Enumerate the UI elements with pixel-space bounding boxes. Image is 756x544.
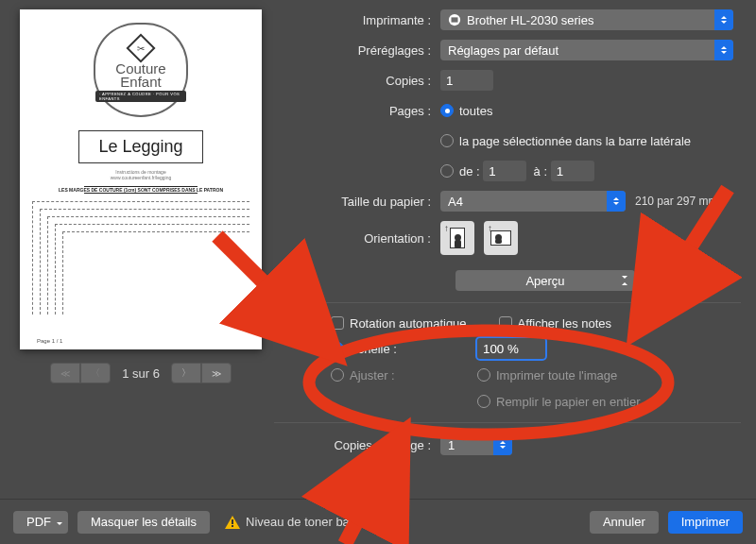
scale-input[interactable]: [477, 338, 545, 359]
pages-selected-radio[interactable]: [440, 134, 454, 147]
pages-all-radio[interactable]: [440, 104, 454, 117]
svg-rect-4: [232, 525, 233, 527]
copies-label: Copies :: [274, 74, 440, 88]
presets-select[interactable]: Réglages par défaut: [440, 40, 733, 60]
svg-rect-1: [452, 17, 458, 22]
pager-label: 1 sur 6: [122, 366, 160, 381]
warning-icon: [225, 516, 240, 529]
pages-from-input[interactable]: [483, 161, 526, 181]
cancel-button[interactable]: Annuler: [590, 511, 659, 534]
scale-radio[interactable]: [331, 342, 344, 355]
copies-input[interactable]: [440, 70, 493, 91]
paper-size-select[interactable]: A4: [440, 191, 626, 212]
pager-prev-button[interactable]: 〈: [80, 363, 111, 383]
printer-icon: [448, 13, 461, 26]
show-notes-checkbox[interactable]: [499, 316, 512, 330]
svg-rect-3: [232, 519, 233, 524]
print-full-radio[interactable]: [477, 368, 490, 382]
orientation-portrait-button[interactable]: ↑: [440, 221, 474, 255]
fill-paper-radio[interactable]: [477, 395, 490, 408]
brand-logo: CoutureEnfant · APPRENEZ À COUDRE · POUR…: [94, 23, 188, 117]
fit-radio[interactable]: [331, 368, 344, 382]
pager-next-button[interactable]: 〉: [171, 363, 201, 383]
section-select[interactable]: Aperçu: [455, 270, 635, 291]
pages-to-input[interactable]: [551, 161, 594, 181]
print-button[interactable]: Imprimer: [668, 511, 743, 534]
presets-label: Préréglages :: [274, 43, 440, 58]
printer-select[interactable]: Brother HL-2030 series: [440, 9, 733, 30]
paper-dimensions: 210 par 297 mm: [635, 195, 717, 208]
paper-size-label: Taille du papier :: [274, 195, 440, 209]
pages-range-radio[interactable]: [440, 164, 454, 178]
pager-last-button[interactable]: ≫: [201, 363, 232, 383]
print-preview-page: CoutureEnfant · APPRENEZ À COUDRE · POUR…: [20, 9, 262, 349]
pager-first-button[interactable]: ≪: [50, 363, 80, 383]
hide-details-button[interactable]: Masquer les détails: [77, 511, 210, 534]
auto-rotate-checkbox[interactable]: [331, 316, 344, 330]
pages-label: Pages :: [274, 104, 440, 118]
copies-per-page-label: Copies par page :: [274, 438, 440, 452]
orientation-label: Orientation :: [274, 231, 440, 246]
orientation-landscape-button[interactable]: ↑: [484, 221, 518, 255]
printer-status: Niveau de toner bas: [219, 515, 355, 529]
printer-label: Imprimante :: [274, 13, 440, 27]
doc-title: Le Legging: [98, 137, 182, 157]
copies-per-page-select[interactable]: 1: [440, 434, 512, 455]
pdf-menu-button[interactable]: PDF: [13, 511, 68, 534]
